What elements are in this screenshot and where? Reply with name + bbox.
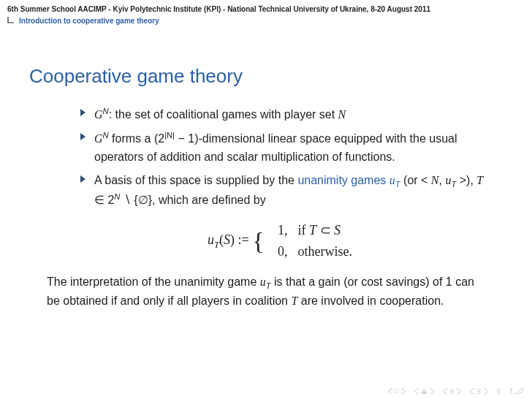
nav-next[interactable]	[469, 388, 489, 395]
paragraph: The interpretation of the unanimity game…	[0, 273, 532, 310]
bullet-2: GN forms a (2|N| − 1)-dimensional linear…	[80, 129, 485, 165]
triangle-icon	[80, 175, 86, 183]
nav-mode[interactable]	[496, 389, 501, 394]
slide-content: GN: the set of coalitional games with pl…	[0, 105, 532, 263]
bullet-1: GN: the set of coalitional games with pl…	[80, 105, 485, 123]
svg-rect-1	[422, 392, 426, 393]
triangle-icon	[80, 133, 86, 140]
bullet-3: A basis of this space is supplied by the…	[80, 172, 485, 209]
equation: uT(S) := { 1, if T ⊂ S 0, otherwise.	[80, 219, 485, 263]
nav-prev[interactable]	[442, 388, 462, 395]
breadcrumb: Introduction to cooperative game theory	[7, 16, 525, 26]
section-label: Introduction to cooperative game theory	[19, 16, 159, 26]
venue-line: 6th Summer School AACIMP - Kyiv Polytech…	[7, 4, 525, 15]
nav-footer	[387, 387, 525, 395]
nav-back[interactable]	[509, 387, 525, 395]
slide-title: Cooperative game theory	[0, 27, 532, 105]
svg-rect-0	[395, 389, 399, 393]
nav-first[interactable]	[387, 388, 406, 395]
slide-header: 6th Summer School AACIMP - Kyiv Polytech…	[0, 0, 532, 27]
crumb-icon	[7, 17, 15, 26]
nav-prev-section[interactable]	[414, 388, 435, 395]
triangle-icon	[80, 109, 86, 116]
